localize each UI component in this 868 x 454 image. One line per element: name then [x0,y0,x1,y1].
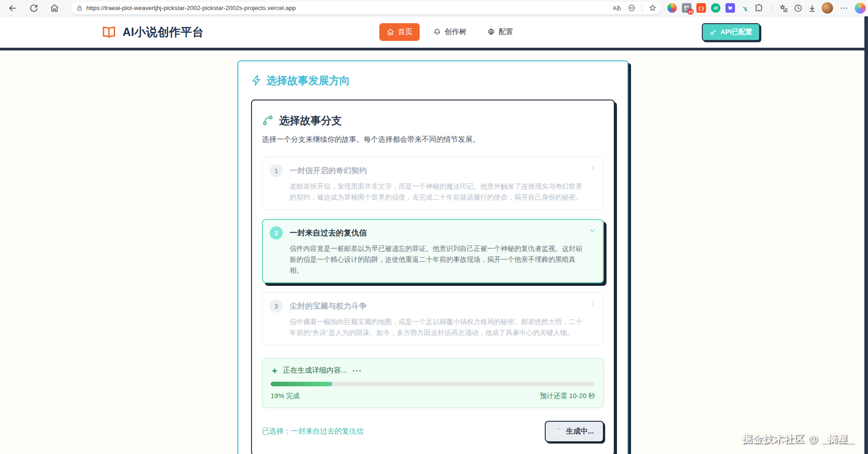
progress-eta-label: 预计还需 10-20 秒 [540,392,595,400]
progress-bar-fill [271,382,332,386]
page-scroll-strip[interactable] [864,16,868,454]
card-footer: 已选择：一封来自过去的复仇信 生成中... [262,421,604,442]
refresh-icon[interactable] [29,4,38,13]
copilot-icon[interactable] [855,3,866,14]
nav-creation-tree[interactable]: 创作树 [426,23,474,41]
lock-icon [76,5,83,11]
collections-icon[interactable] [779,4,789,13]
watermark: 掘金技术社区 @ _摘星_ [742,432,854,446]
section-title-text: 选择故事发展方向 [266,74,350,88]
option-description: 信中藏着一幅指向巨额宝藏的地图，或是一个足以颠覆小镇权力格局的秘密。邮差恍然大悟… [290,316,583,338]
progress-status-text: 正在生成详细内容... [283,366,347,375]
progress-bar-track [271,382,595,386]
option-title: 尘封的宝藏与权力斗争 [290,301,367,311]
home-icon [387,28,395,36]
progress-status: 正在生成详细内容... [271,366,595,375]
browser-menu-icon[interactable]: ⋯ [840,3,848,13]
extension-tiles-icon[interactable]: 10 [682,3,691,13]
extensions-puzzle-icon[interactable] [755,4,764,13]
bell-icon [434,28,441,36]
extension-cat-icon[interactable] [725,3,735,13]
book-icon [101,25,117,40]
spinner-icon [555,428,562,435]
main-nav: 首页 创作树 配置 [380,23,521,41]
chevron-right-icon [589,299,597,307]
browser-toolbar: https://traeai-plot-weavertjhj-pickstar-… [0,0,868,16]
divider [642,5,642,12]
sparkle-icon [271,367,279,375]
extension-plant-icon[interactable] [740,3,750,13]
option-number: 3 [270,299,283,313]
extension-braces-icon[interactable]: { } [696,3,706,13]
option-description: 老邮差拆开信，发现里面并非文字，而是一个神秘的魔法印记。他意外触发了连接现实与奇… [290,181,583,203]
back-icon[interactable] [8,4,17,13]
address-bar[interactable]: https://traeai-plot-weavertjhj-pickstar-… [71,2,661,15]
page-content: 选择故事发展方向 选择故事分支 选择一个分支来继续你的故事。每个选择都会带来不同… [0,50,868,454]
divider [771,4,772,12]
card-title-text: 选择故事分支 [279,114,342,128]
section-title: 选择故事发展方向 [251,73,615,88]
story-direction-panel: 选择故事发展方向 选择故事分支 选择一个分支来继续你的故事。每个选择都会带来不同… [237,60,628,454]
downloads-icon[interactable] [808,4,817,13]
api-button-label: API已配置 [720,28,752,36]
app-header: AI小说创作平台 首页 创作树 配置 API已配置 [0,16,868,48]
more-tools-icon[interactable] [628,4,636,12]
extension-colorwheel-icon[interactable] [667,3,677,13]
translate-icon[interactable]: aあ [613,4,621,12]
nav-home[interactable]: 首页 [380,23,420,41]
extensions-row: 10 { } ⇄ ⋯ [667,2,866,14]
app-title: AI小说创作平台 [123,25,204,40]
branch-option-2-selected[interactable]: 2 一封来自过去的复仇信 信件内容竟是一桩邮差以为早已被遗忘的罪证。他意识到自己… [262,219,604,283]
lightning-icon [251,75,262,86]
option-title: 一封信开启的奇幻契约 [290,165,367,176]
option-title: 一封来自过去的复仇信 [290,228,367,238]
gear-icon [488,28,495,36]
key-icon [710,29,717,36]
chevron-down-icon [589,227,596,234]
card-title: 选择故事分支 [262,113,604,128]
history-icon[interactable] [794,4,803,13]
branch-icon [262,115,274,126]
options-list: 1 一封信开启的奇幻契约 老邮差拆开信，发现里面并非文字，而是一个神秘的魔法印记… [262,157,604,345]
branch-option-3[interactable]: 3 尘封的宝藏与权力斗争 信中藏着一幅指向巨额宝藏的地图，或是一个足以颠覆小镇权… [262,292,604,345]
extension-sync-icon[interactable]: ⇄ [711,3,720,13]
home-icon[interactable] [50,4,59,13]
app-logo[interactable]: AI小说创作平台 [101,25,204,40]
chevron-right-icon [589,164,597,171]
nav-settings-label: 配置 [499,27,513,37]
progress-percent-label: 19% 完成 [271,392,300,400]
favorite-star-icon[interactable] [649,4,656,12]
loading-dots [353,370,361,372]
nav-settings[interactable]: 配置 [480,23,521,41]
option-number: 2 [270,226,283,239]
card-description: 选择一个分支来继续你的故事。每个选择都会带来不同的情节发展。 [262,135,604,146]
url-text[interactable]: https://traeai-plot-weavertjhj-pickstar-… [86,5,613,11]
option-description: 信件内容竟是一桩邮差以为早已被遗忘的罪证。他意识到自己正被一个神秘的复仇者监视。… [290,243,583,276]
option-number: 1 [270,164,283,177]
profile-avatar[interactable] [822,2,833,14]
nav-home-label: 首页 [398,27,413,37]
generation-progress-box: 正在生成详细内容... 19% 完成 预计还需 10-20 秒 [262,358,604,408]
extension-badge: 10 [687,9,694,15]
api-configured-button[interactable]: API已配置 [702,23,760,41]
generating-button[interactable]: 生成中... [545,421,604,442]
nav-creation-tree-label: 创作树 [445,27,467,37]
branch-selection-card: 选择故事分支 选择一个分支来继续你的故事。每个选择都会带来不同的情节发展。 1 … [251,100,615,454]
branch-option-1[interactable]: 1 一封信开启的奇幻契约 老邮差拆开信，发现里面并非文字，而是一个神秘的魔法印记… [262,157,604,210]
selected-branch-label: 已选择：一封来自过去的复仇信 [262,427,364,436]
generating-button-label: 生成中... [566,427,594,436]
